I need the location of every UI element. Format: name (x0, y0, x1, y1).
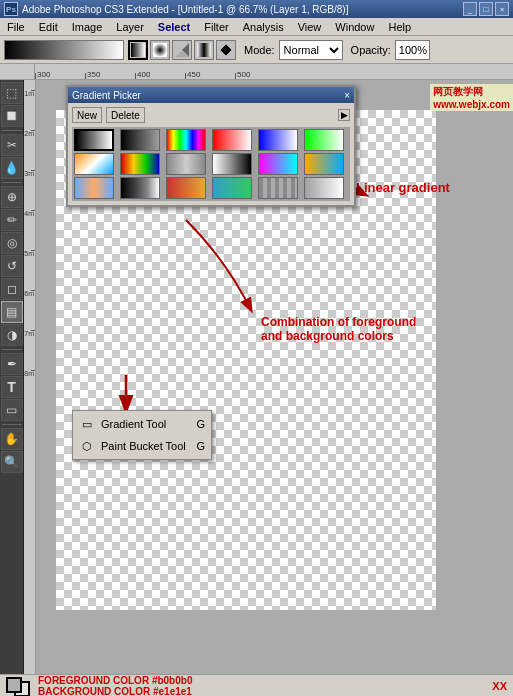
title-text: Adobe Photoshop CS3 Extended - [Untitled… (22, 4, 463, 15)
path-tool[interactable]: ✒ (1, 353, 23, 375)
menu-filter[interactable]: Filter (201, 21, 231, 33)
lasso-tool[interactable]: 🔲 (1, 105, 23, 127)
tool-flyout: ▭ Gradient Tool G ⬡ Paint Bucket Tool G (72, 410, 212, 460)
gradient-panel-menu-btn[interactable]: ▶ (338, 109, 350, 121)
angle-gradient-btn[interactable] (172, 40, 192, 60)
status-xx: XX (492, 680, 507, 692)
gradient-grid: Foreground to Background (72, 127, 350, 201)
ruler-left-6m: 6m (24, 290, 35, 297)
svg-marker-5 (220, 44, 232, 56)
zoom-tool[interactable]: 🔍 (1, 451, 23, 473)
crop-tool[interactable]: ✂ (1, 134, 23, 156)
hand-tool[interactable]: ✋ (1, 428, 23, 450)
main-area: ⬚ 🔲 ✂ 💧 ⊕ ✏ ◎ ↺ ◻ ▤ ◑ ✒ T ▭ ✋ 🔍 1m 2m 3m… (0, 80, 513, 674)
menu-edit[interactable]: Edit (36, 21, 61, 33)
svg-rect-0 (131, 43, 145, 57)
menu-bar: File Edit Image Layer Select Filter Anal… (0, 18, 513, 36)
menu-help[interactable]: Help (385, 21, 414, 33)
ruler-left: 1m 2m 3m 4m 5m 6m 7m 8m (24, 80, 36, 674)
blur-tool[interactable]: ◑ (1, 324, 23, 346)
title-controls[interactable]: _ □ × (463, 2, 509, 16)
gradient-preview[interactable] (4, 40, 124, 60)
color-swatch-area (6, 675, 34, 697)
menu-select[interactable]: Select (155, 21, 193, 33)
gradient-panel-title: Gradient Picker (72, 90, 141, 101)
gradient-search-bar: New Delete ▶ (72, 107, 350, 123)
brush-tool[interactable]: ✏ (1, 209, 23, 231)
text-tool[interactable]: T (1, 376, 23, 398)
bg-color-label: BACKGROUND COLOR #e1e1e1 (38, 686, 492, 697)
gradient-cell-11[interactable] (258, 153, 298, 175)
gradient-cell-13[interactable] (74, 177, 114, 199)
gradient-delete-btn[interactable]: Delete (106, 107, 145, 123)
gradient-tool-icon: ▭ (79, 416, 95, 432)
flyout-gradient-shortcut: G (196, 418, 205, 430)
healing-tool[interactable]: ⊕ (1, 186, 23, 208)
history-brush[interactable]: ↺ (1, 255, 23, 277)
tool-sep-3 (2, 349, 22, 350)
ruler-marks-top: 300 350 400 450 500 (35, 64, 285, 79)
flyout-paintbucket-label: Paint Bucket Tool (101, 440, 186, 452)
menu-window[interactable]: Window (332, 21, 377, 33)
gradient-cell-16[interactable] (212, 177, 252, 199)
gradient-cell-17[interactable] (258, 177, 298, 199)
gradient-panel-close[interactable]: × (344, 90, 350, 101)
gradient-cell-6[interactable] (304, 129, 344, 151)
mode-select[interactable]: Normal Dissolve Multiply (279, 40, 343, 60)
opacity-input[interactable] (395, 40, 430, 60)
gradient-cell-8[interactable] (120, 153, 160, 175)
reflected-gradient-btn[interactable] (194, 40, 214, 60)
tool-sep-2 (2, 182, 22, 183)
gradient-cell-5[interactable] (258, 129, 298, 151)
gradient-panel-content: New Delete ▶ Foreground to Background (68, 103, 354, 205)
flyout-gradient-tool[interactable]: ▭ Gradient Tool G (73, 413, 211, 435)
shape-tool[interactable]: ▭ (1, 399, 23, 421)
ruler-tick-450: 450 (185, 70, 235, 79)
ruler-left-7m: 7m (24, 330, 35, 337)
gradient-type-icons (128, 40, 236, 60)
canvas-area[interactable]: Gradient Picker × New Delete ▶ Foregroun… (36, 80, 513, 674)
minimize-btn[interactable]: _ (463, 2, 477, 16)
maximize-btn[interactable]: □ (479, 2, 493, 16)
gradient-cell-1[interactable]: Foreground to Background (74, 129, 114, 151)
gradient-new-btn[interactable]: New (72, 107, 102, 123)
gradient-cell-7[interactable] (74, 153, 114, 175)
eyedropper-tool[interactable]: 💧 (1, 157, 23, 179)
menu-layer[interactable]: Layer (113, 21, 147, 33)
linear-gradient-btn[interactable] (128, 40, 148, 60)
gradient-cell-12[interactable] (304, 153, 344, 175)
eraser-tool[interactable]: ◻ (1, 278, 23, 300)
menu-file[interactable]: File (4, 21, 28, 33)
gradient-cell-10[interactable] (212, 153, 252, 175)
mode-label: Mode: (244, 44, 275, 56)
annotation-combination: Combination of foregroundand background … (261, 315, 416, 343)
ps-logo: Ps (4, 2, 18, 16)
clone-tool[interactable]: ◎ (1, 232, 23, 254)
gradient-cell-2[interactable] (120, 129, 160, 151)
gradient-tool[interactable]: ▤ (1, 301, 23, 323)
ruler-left-8m: 8m (24, 370, 35, 377)
svg-rect-1 (153, 43, 167, 57)
close-btn[interactable]: × (495, 2, 509, 16)
gradient-cell-9[interactable] (166, 153, 206, 175)
flyout-gradient-label: Gradient Tool (101, 418, 166, 430)
ruler-top: 300 350 400 450 500 (0, 64, 513, 80)
menu-image[interactable]: Image (69, 21, 106, 33)
gradient-cell-15[interactable] (166, 177, 206, 199)
radial-gradient-btn[interactable] (150, 40, 170, 60)
ruler-left-5m: 5m (24, 250, 35, 257)
title-bar: Ps Adobe Photoshop CS3 Extended - [Untit… (0, 0, 513, 18)
menu-analysis[interactable]: Analysis (240, 21, 287, 33)
flyout-paintbucket-tool[interactable]: ⬡ Paint Bucket Tool G (73, 435, 211, 457)
ruler-left-4m: 4m (24, 210, 35, 217)
menu-view[interactable]: View (295, 21, 325, 33)
gradient-panel-header[interactable]: Gradient Picker × (68, 87, 354, 103)
gradient-cell-18[interactable] (304, 177, 344, 199)
ruler-corner (0, 64, 35, 80)
gradient-cell-14[interactable] (120, 177, 160, 199)
gradient-cell-3[interactable] (166, 129, 206, 151)
gradient-cell-4[interactable] (212, 129, 252, 151)
diamond-gradient-btn[interactable] (216, 40, 236, 60)
selection-tool[interactable]: ⬚ (1, 82, 23, 104)
foreground-swatch[interactable] (6, 677, 22, 693)
